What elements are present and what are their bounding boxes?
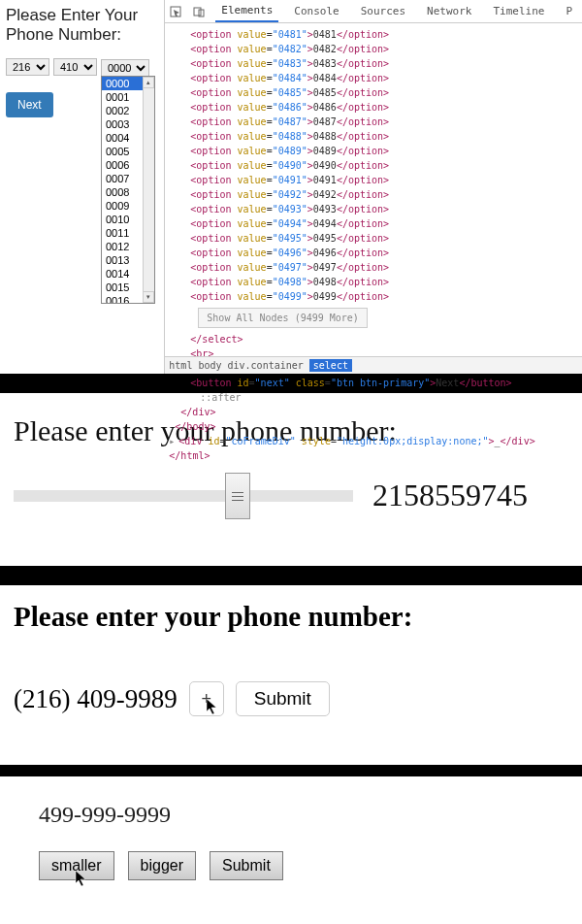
tab-elements[interactable]: Elements bbox=[215, 0, 278, 22]
code-line: <option value="0494">0494</option> bbox=[190, 216, 576, 231]
smaller-button[interactable]: smaller bbox=[39, 851, 114, 880]
devtools-toolbar: Elements Console Sources Network Timelin… bbox=[165, 0, 582, 23]
bigger-button[interactable]: bigger bbox=[128, 851, 196, 880]
slider-thumb[interactable] bbox=[225, 473, 250, 519]
increment-button[interactable]: + bbox=[189, 681, 224, 716]
code-line: <option value="0483">0483</option> bbox=[190, 56, 576, 71]
code-line: <option value="0495">0495</option> bbox=[190, 231, 576, 246]
page-title: Please enter your phone number: bbox=[14, 601, 568, 633]
inspect-icon[interactable] bbox=[169, 5, 182, 18]
code-line: <option value="0496">0496</option> bbox=[190, 246, 576, 260]
divider bbox=[0, 566, 582, 585]
scroll-down-icon[interactable]: ▾ bbox=[143, 291, 154, 303]
code-line: <option value="0493">0493</option> bbox=[190, 202, 576, 216]
tab-network[interactable]: Network bbox=[421, 1, 477, 21]
submit-button[interactable]: Submit bbox=[210, 851, 283, 880]
code-line: <option value="0491">0491</option> bbox=[190, 173, 576, 187]
device-icon[interactable] bbox=[192, 5, 206, 18]
code-line: <option value="0485">0485</option> bbox=[190, 85, 576, 100]
breadcrumb-item[interactable]: div.container bbox=[228, 360, 304, 371]
breadcrumb[interactable]: html body div.container select bbox=[165, 356, 582, 374]
page-title: Please Enter Your Phone Number: bbox=[6, 6, 158, 45]
code-line: <option value="0499">0499</option> bbox=[190, 289, 576, 304]
next-button[interactable]: Next bbox=[6, 92, 53, 117]
code-line: <option value="0481">0481</option> bbox=[190, 27, 576, 42]
scrollbar-track[interactable] bbox=[143, 77, 154, 303]
tab-timeline[interactable]: Timeline bbox=[487, 1, 550, 21]
tab-console[interactable]: Console bbox=[288, 1, 344, 21]
code-line: <option value="0482">0482</option> bbox=[190, 42, 576, 56]
scroll-up-icon[interactable]: ▴ bbox=[143, 77, 154, 88]
phone-display: (216) 409-9989 bbox=[14, 684, 178, 714]
code-line: <option value="0488">0488</option> bbox=[190, 129, 576, 144]
phone-display: 499-999-9999 bbox=[39, 802, 543, 828]
breadcrumb-item-selected[interactable]: select bbox=[309, 359, 352, 372]
code-line: </body> bbox=[175, 421, 215, 432]
divider bbox=[0, 765, 582, 776]
code-line: <option value="0487">0487</option> bbox=[190, 115, 576, 129]
code-line: <option value="0486">0486</option> bbox=[190, 100, 576, 115]
svg-rect-1 bbox=[194, 8, 201, 16]
submit-button[interactable]: Submit bbox=[236, 681, 330, 716]
code-line: </html> bbox=[169, 450, 210, 461]
breadcrumb-item[interactable]: html bbox=[169, 360, 192, 371]
line-number-dropdown[interactable]: ▴ ▾ 000000010002000300040005000600070008… bbox=[101, 76, 155, 304]
code-line: </select> bbox=[190, 334, 242, 345]
slider-track bbox=[14, 490, 353, 502]
code-line: <option value="0489">0489</option> bbox=[190, 144, 576, 158]
tab-more[interactable]: P bbox=[560, 1, 578, 21]
prefix-select[interactable]: 410 bbox=[53, 58, 97, 76]
dom-tree[interactable]: <option value="0481">0481</option><optio… bbox=[165, 23, 582, 467]
area-code-select[interactable]: 216 bbox=[6, 58, 49, 76]
pseudo-after: ::after bbox=[200, 392, 241, 403]
phone-value: 2158559745 bbox=[372, 478, 528, 513]
line-number-select[interactable]: 0000 bbox=[101, 59, 149, 77]
code-line: </div> bbox=[180, 407, 215, 417]
code-line: <option value="0492">0492</option> bbox=[190, 187, 576, 202]
code-line: <option value="0497">0497</option> bbox=[190, 260, 576, 275]
tab-sources[interactable]: Sources bbox=[355, 1, 411, 21]
code-line: <option value="0484">0484</option> bbox=[190, 71, 576, 85]
code-line: <option value="0490">0490</option> bbox=[190, 158, 576, 173]
phone-slider[interactable] bbox=[14, 473, 353, 517]
breadcrumb-item[interactable]: body bbox=[198, 360, 221, 371]
code-line: <option value="0498">0498</option> bbox=[190, 275, 576, 289]
show-all-nodes-button[interactable]: Show All Nodes (9499 More) bbox=[198, 308, 368, 328]
